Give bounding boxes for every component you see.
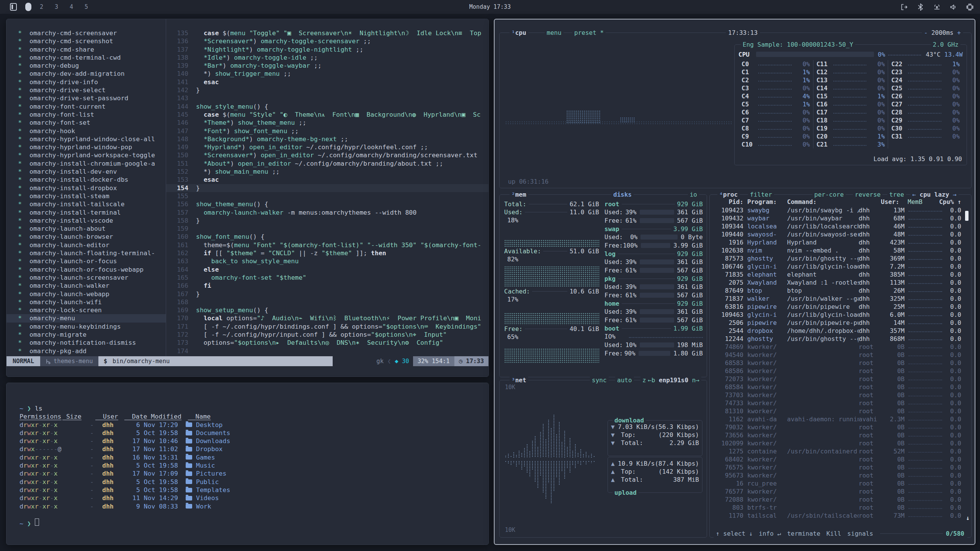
file-item[interactable]: *omarchy-install-terminal — [7, 209, 166, 217]
process-row[interactable]: 76577 kworker/ root 0B 0.0 — [714, 487, 961, 496]
process-row[interactable]: 102638 nvim nvim --embed . dhh 58M 0.0 — [714, 246, 961, 254]
file-item[interactable]: *omarchy-launch-about — [7, 225, 166, 233]
process-row[interactable]: 81310 kworker/ root 0B 0.0 — [714, 407, 961, 415]
file-item[interactable]: *omarchy-launch-wifi — [7, 298, 166, 306]
sync-toggle[interactable]: sync — [590, 376, 609, 384]
process-row[interactable]: 72073 kworker/ root 0B 0.0 — [714, 375, 961, 383]
code-line[interactable]: 150 *Screensaver*) open_in_editor ~/.con… — [166, 151, 488, 159]
process-row[interactable]: 73703 kworker/ root 0B 0.0 — [714, 391, 961, 399]
process-row[interactable]: 71837 walker /usr/bin/walker --gappl dhh… — [714, 295, 961, 303]
code-line[interactable]: 174 — [166, 347, 488, 355]
process-row[interactable]: 12244 ghostty /usr/bin/ghostty --gtk- dh… — [714, 335, 961, 343]
file-item[interactable]: *omarchy-launch-screensaver — [7, 274, 166, 282]
file-item[interactable]: *omarchy-font-set — [7, 119, 166, 127]
disks-label[interactable]: disks — [611, 191, 634, 199]
footer-hint[interactable]: info ↵ — [756, 530, 783, 538]
process-row[interactable]: 73656 kworker/ root 0B 0.0 — [714, 431, 961, 439]
file-item[interactable]: *omarchy-drive-select — [7, 86, 166, 94]
code-line[interactable]: 138 *Idle*) omarchy-toggle-idle ;; — [166, 54, 488, 62]
file-item[interactable]: *omarchy-hyprland-window-close-all — [7, 135, 166, 143]
code-line[interactable]: 156show_theme_menu() { — [166, 200, 488, 208]
code-line[interactable]: 144show_style_menu() { — [166, 103, 488, 111]
file-item[interactable]: *omarchy-font-current — [7, 103, 166, 111]
file-item[interactable]: *omarchy-launch-editor — [7, 241, 166, 249]
code-line[interactable]: 161 theme=$(menu "Font" "$(omarchy-font-… — [166, 241, 488, 249]
code-line[interactable]: 142} — [166, 86, 488, 94]
code-line[interactable]: 147 *Font*) show_font_menu ;; — [166, 127, 488, 135]
tab-proc[interactable]: ⁴proc — [717, 191, 740, 199]
file-item[interactable]: *omarchy-cmd-screensaver — [7, 29, 166, 37]
file-item[interactable]: *omarchy-debug — [7, 62, 166, 70]
code-line[interactable]: 169show_setup_menu() { — [166, 306, 488, 314]
file-item[interactable]: *omarchy-font-list — [7, 111, 166, 119]
process-row[interactable]: 63816 pipewire /usr/bin/pipewire dhh 25M… — [714, 303, 961, 311]
process-row[interactable]: 109344 localsea /usr/lib/localsearch-ex … — [714, 222, 961, 230]
file-item[interactable]: *omarchy-hyprland-workspace-toggle — [7, 151, 166, 159]
file-item[interactable]: *omarchy-launch-webapp — [7, 290, 166, 298]
code-line[interactable]: 140 *) show_trigger_menu ;; — [166, 70, 488, 78]
file-item[interactable]: *omarchy-notification-dismiss — [7, 339, 166, 347]
file-item[interactable]: *omarchy-cmd-terminal-cwd — [7, 54, 166, 62]
file-item[interactable]: *omarchy-launch-browser — [7, 233, 166, 241]
code-line[interactable]: 172 [ -f ~/.config/hypr/input.conf ] && … — [166, 331, 488, 339]
code-editor[interactable]: 135 case $(menu "Toggle" "▣ Screensaver\… — [166, 19, 488, 356]
per-core-toggle[interactable]: per-core — [812, 191, 846, 199]
file-item[interactable]: *omarchy-launch-or-focus — [7, 257, 166, 265]
code-line[interactable]: 159 — [166, 225, 488, 233]
code-line[interactable]: 160show_font_menu() { — [166, 233, 488, 241]
code-line[interactable]: 162 if [[ "$theme" = "CNCLD" || -z "$the… — [166, 249, 488, 257]
process-row[interactable]: 1916 Hyprland Hyprland dhh 423M 0.0 — [714, 238, 961, 246]
footer-hint[interactable]: terminate — [785, 530, 823, 538]
code-line[interactable]: 152 *) show_main_menu ;; — [166, 168, 488, 176]
code-line[interactable]: 157 omarchy-launch-walker -m menus:omarc… — [166, 209, 488, 217]
code-line[interactable]: 155 — [166, 192, 488, 200]
code-line[interactable]: 163 back_to show_style_menu — [166, 257, 488, 265]
code-line[interactable]: 167} — [166, 290, 488, 298]
process-row[interactable]: 68402 kworker/ root 0B 0.0 — [714, 455, 961, 463]
process-row[interactable]: 2075 Xwayland Xwayland :1 -rootless - dh… — [714, 279, 961, 287]
file-item[interactable]: *omarchy-lock-screen — [7, 306, 166, 314]
process-row[interactable]: 1162 avahi-da avahi-daemon: running [ av… — [714, 415, 961, 423]
file-item[interactable]: *omarchy-drive-info — [7, 78, 166, 86]
file-item[interactable]: *omarchy-launch-floating-terminal- — [7, 249, 166, 257]
process-row[interactable]: 94540 kworker/ root 0B 0.0 — [714, 351, 961, 359]
sort-selector[interactable]: ← cpu lazy → — [910, 191, 959, 199]
process-row[interactable]: 109432 waybar /usr/bin/waybar dhh 68M 0.… — [714, 214, 961, 222]
file-item[interactable]: *omarchy-install-steam — [7, 192, 166, 200]
file-item[interactable]: *omarchy-pkg-add — [7, 347, 166, 355]
preset-button[interactable]: preset * — [572, 29, 606, 37]
process-row[interactable]: 2506 pipewire /usr/bin/pipewire-pulse dh… — [714, 319, 961, 327]
code-line[interactable]: 154} — [166, 184, 488, 192]
file-item[interactable]: *omarchy-launch-walker — [7, 282, 166, 290]
proc-scrollbar-thumb[interactable] — [965, 211, 969, 221]
process-row[interactable]: 72088 kworker/ root 0B 0.0 — [714, 496, 961, 504]
process-row[interactable]: 106746 glycin-i /usr/lib/glycin-loaders … — [714, 262, 961, 271]
code-line[interactable]: 145 case $(menu "Style" "◐ Theme\nᴀ Font… — [166, 111, 488, 119]
process-row[interactable]: 1170 tailscal /usr/sbin/tailscaled -- ro… — [714, 512, 961, 520]
file-item[interactable]: *omarchy-drive-set-password — [7, 94, 166, 102]
prompt-line-2[interactable]: ~❯ — [20, 518, 488, 527]
file-item[interactable]: *omarchy-migrate — [7, 331, 166, 339]
footer-hint[interactable]: ↑ select ↓ — [714, 530, 755, 538]
process-row[interactable]: 1275 containe /usr/bin/containerd root 5… — [714, 447, 961, 455]
code-line[interactable]: 165 omarchy-font-set "$theme" — [166, 274, 488, 282]
filter-button[interactable]: filter — [748, 191, 774, 199]
code-line[interactable]: 135 case $(menu "Toggle" "▣ Screensaver\… — [166, 29, 488, 37]
code-line[interactable]: 168 — [166, 298, 488, 306]
process-row[interactable]: 16 rcu_pree root 0B 0.0 — [714, 479, 961, 487]
code-line[interactable]: 151 *About*) open_in_editor ~/.config/om… — [166, 160, 488, 168]
code-line[interactable]: 146 *Theme*) show_theme_menu ;; — [166, 119, 488, 127]
process-row[interactable]: 87573 ghostty /usr/bin/ghostty --gtk- dh… — [714, 254, 961, 262]
process-row[interactable]: 68584 kworker/ root 0B 0.0 — [714, 383, 961, 391]
code-line[interactable]: 148 *Background*) omarchy-theme-bg-next … — [166, 135, 488, 143]
file-item[interactable]: *omarchy-install-dropbox — [7, 184, 166, 192]
file-item[interactable]: *omarchy-install-dev-env — [7, 168, 166, 176]
process-row[interactable]: 79032 kworker/ root 0B 0.0 — [714, 423, 961, 431]
file-item[interactable]: *omarchy-install-chromium-google-a — [7, 160, 166, 168]
code-line[interactable]: 173 options="$options\n▸ Defaults\n◎ DNS… — [166, 339, 488, 347]
code-line[interactable]: 153 esac — [166, 176, 488, 184]
process-row[interactable]: 74869 kworker/ root 0B 0.0 — [714, 343, 961, 351]
code-line[interactable]: 171 [ -f ~/.config/hypr/bindings.conf ] … — [166, 323, 488, 331]
process-row[interactable]: 71835 elephant elephant dhh 385M 0.0 — [714, 271, 961, 279]
process-row[interactable]: 102099 kworker/ root 0B 0.0 — [714, 439, 961, 447]
